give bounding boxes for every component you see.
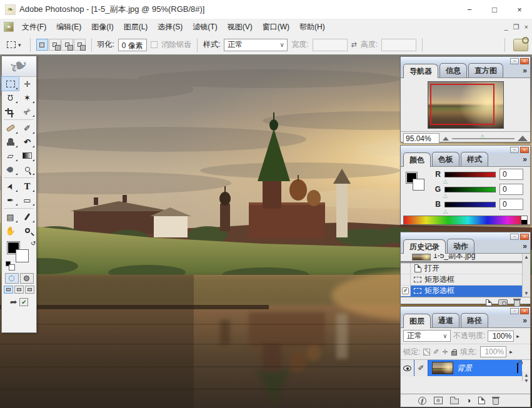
menu-view[interactable]: 视图(V) bbox=[223, 20, 258, 34]
zoom-out-icon[interactable] bbox=[443, 137, 449, 141]
shape-tool[interactable]: ▭ bbox=[19, 193, 36, 207]
antialias-checkbox[interactable] bbox=[151, 41, 158, 48]
red-channel-slider[interactable]: △ bbox=[444, 172, 496, 177]
layer-thumbnail[interactable] bbox=[432, 362, 453, 374]
scroll-up-icon[interactable]: ▲ bbox=[524, 372, 529, 378]
color-spectrum-ramp[interactable] bbox=[403, 216, 528, 225]
red-value-input[interactable]: 0 bbox=[499, 169, 523, 180]
panel-minimize-button[interactable]: − bbox=[510, 147, 519, 153]
panel-menu-icon[interactable]: » bbox=[523, 316, 527, 325]
rectangular-marquee-tool[interactable] bbox=[2, 77, 19, 91]
tab-paths[interactable]: 路径 bbox=[461, 313, 488, 327]
menu-window[interactable]: 窗口(W) bbox=[258, 20, 294, 34]
opacity-stepper-icon[interactable]: ▸ bbox=[516, 333, 519, 339]
lock-all-icon[interactable] bbox=[451, 351, 457, 356]
menu-file[interactable]: 文件(F) bbox=[17, 20, 51, 34]
layer-mask-icon[interactable] bbox=[434, 397, 443, 404]
notes-tool[interactable]: ▤ bbox=[2, 210, 19, 224]
layer-row-background[interactable]: ✐ 背景 bbox=[401, 360, 522, 376]
slider-thumb-icon[interactable]: △ bbox=[443, 193, 448, 199]
default-colors-icon[interactable] bbox=[6, 261, 11, 266]
selection-add-button[interactable] bbox=[49, 39, 61, 51]
tab-styles[interactable]: 样式 bbox=[461, 152, 488, 166]
tab-color[interactable]: 颜色 bbox=[403, 152, 431, 167]
selection-subtract-button[interactable] bbox=[61, 39, 73, 51]
doc-minimize-button[interactable]: _ bbox=[504, 23, 508, 31]
panel-menu-icon[interactable]: » bbox=[523, 242, 527, 251]
selection-new-button[interactable] bbox=[36, 39, 48, 51]
doc-restore-button[interactable]: ❐ bbox=[513, 23, 519, 31]
history-step-marquee-1[interactable]: 矩形选框 bbox=[401, 274, 530, 286]
magic-wand-tool[interactable]: ✶ bbox=[19, 91, 36, 104]
slice-tool[interactable]: ✄ bbox=[19, 104, 36, 118]
lock-transparency-icon[interactable] bbox=[423, 349, 430, 356]
dodge-tool[interactable] bbox=[19, 162, 36, 176]
zoom-slider-thumb[interactable]: △ bbox=[480, 133, 485, 140]
fullscreen-button[interactable] bbox=[25, 286, 34, 294]
history-source-cell[interactable]: ✐ bbox=[401, 286, 411, 296]
blur-tool[interactable] bbox=[2, 162, 19, 176]
panel-close-button[interactable]: × bbox=[520, 308, 529, 314]
healing-brush-tool[interactable] bbox=[2, 121, 19, 135]
panel-menu-icon[interactable]: » bbox=[523, 155, 527, 164]
lock-paint-icon[interactable]: ✐ bbox=[433, 348, 439, 356]
new-document-from-state-icon[interactable] bbox=[486, 299, 492, 306]
brush-tool[interactable]: ✐ bbox=[19, 121, 36, 135]
opacity-input[interactable]: 100% bbox=[488, 331, 514, 342]
history-source-cell[interactable] bbox=[401, 263, 411, 274]
layer-visibility-cell[interactable] bbox=[401, 360, 414, 376]
lock-move-icon[interactable]: ✛ bbox=[443, 348, 448, 356]
crop-tool[interactable] bbox=[2, 104, 19, 118]
blue-value-input[interactable]: 0 bbox=[499, 199, 523, 210]
feather-input[interactable]: 0 像素 bbox=[118, 39, 147, 51]
minimize-button[interactable]: − bbox=[457, 0, 482, 19]
layer-style-icon[interactable]: ƒ bbox=[418, 397, 426, 405]
fill-stepper-icon[interactable]: ▸ bbox=[509, 349, 513, 355]
type-tool[interactable]: T bbox=[19, 179, 36, 193]
layer-link-cell[interactable]: ✐ bbox=[414, 360, 428, 376]
standard-screen-button[interactable] bbox=[4, 286, 13, 294]
navigator-zoom-slider[interactable]: △ bbox=[452, 138, 514, 139]
fill-input[interactable]: 100% bbox=[480, 346, 506, 357]
green-value-input[interactable]: 0 bbox=[499, 184, 523, 195]
pen-tool[interactable]: ✒ bbox=[2, 193, 19, 207]
navigator-thumbnail[interactable] bbox=[428, 81, 504, 129]
menu-help[interactable]: 帮助(H) bbox=[294, 20, 330, 34]
quick-mask-mode-button[interactable] bbox=[20, 273, 34, 284]
close-button[interactable]: × bbox=[507, 0, 532, 19]
path-selection-tool[interactable]: ➤ bbox=[2, 179, 19, 193]
gradient-tool[interactable] bbox=[19, 149, 36, 162]
panel-menu-icon[interactable]: » bbox=[523, 66, 527, 75]
new-layer-icon[interactable] bbox=[478, 397, 485, 404]
black-swatch[interactable] bbox=[521, 220, 527, 224]
panel-minimize-button[interactable]: − bbox=[510, 308, 519, 314]
background-color-swatch[interactable] bbox=[413, 179, 424, 191]
delete-state-icon[interactable] bbox=[514, 300, 520, 307]
tab-histogram[interactable]: 直方图 bbox=[468, 63, 503, 77]
delete-layer-icon[interactable] bbox=[493, 398, 499, 405]
fullscreen-menubar-button[interactable] bbox=[14, 286, 24, 294]
slider-thumb-icon[interactable]: △ bbox=[443, 208, 448, 214]
history-brush-tool[interactable]: ↶ bbox=[19, 135, 36, 149]
history-scrollbar[interactable]: ▲ ▼ bbox=[522, 254, 530, 297]
slider-thumb-icon[interactable]: △ bbox=[443, 178, 448, 184]
green-channel-slider[interactable]: △ bbox=[444, 187, 496, 192]
tool-preset-picker[interactable]: ▾ bbox=[4, 39, 24, 51]
tab-history[interactable]: 历史记录 bbox=[403, 239, 446, 254]
eraser-tool[interactable]: ▱ bbox=[2, 149, 19, 162]
bridge-icon[interactable] bbox=[513, 39, 528, 51]
scroll-up-icon[interactable]: ▲ bbox=[524, 254, 529, 260]
maximize-button[interactable]: □ bbox=[482, 0, 507, 19]
scroll-down-icon[interactable]: ▼ bbox=[524, 378, 529, 384]
panel-close-button[interactable]: × bbox=[520, 147, 529, 153]
blue-channel-slider[interactable]: △ bbox=[444, 202, 496, 207]
menu-edit[interactable]: 编辑(E) bbox=[51, 20, 86, 34]
lasso-tool[interactable]: Ω bbox=[2, 91, 19, 104]
layers-scrollbar[interactable]: ▲ ▼ bbox=[522, 372, 530, 381]
navigator-zoom-input[interactable]: 95.04% bbox=[403, 133, 439, 144]
standard-mode-button[interactable] bbox=[5, 273, 19, 284]
tab-layers[interactable]: 图层 bbox=[403, 314, 431, 328]
history-step-open[interactable]: 打开 bbox=[401, 263, 530, 274]
style-select[interactable]: 正常 ∨ bbox=[224, 39, 288, 51]
tab-swatches[interactable]: 色板 bbox=[432, 152, 459, 166]
